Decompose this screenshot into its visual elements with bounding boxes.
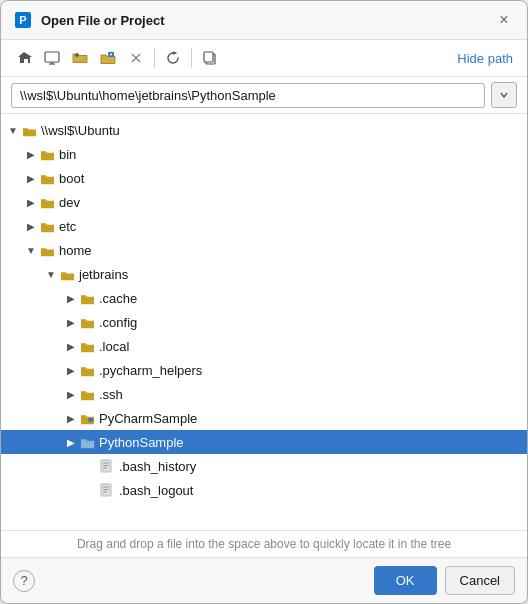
separator-2 — [191, 48, 192, 68]
folder-icon-pycharm-helpers — [79, 362, 95, 378]
label-bash-history: .bash_history — [119, 459, 196, 474]
folder-icon-pythonsample — [79, 434, 95, 450]
label-wsl-ubuntu: \\wsl$\Ubuntu — [41, 123, 120, 138]
label-cache: .cache — [99, 291, 137, 306]
expand-boot[interactable]: ▶ — [23, 170, 39, 186]
folder-icon-dev — [39, 194, 55, 210]
file-icon-bash-history — [99, 458, 115, 474]
folder-icon-config — [79, 314, 95, 330]
folder-icon-boot — [39, 170, 55, 186]
svg-rect-2 — [45, 52, 59, 62]
delete-button[interactable] — [123, 45, 149, 71]
path-input[interactable] — [11, 83, 485, 108]
folder-icon-jetbrains — [59, 266, 75, 282]
folder-icon-local — [79, 338, 95, 354]
tree-item-bash-logout[interactable]: ▶ .bash_logout — [1, 478, 527, 502]
folder-icon-etc — [39, 218, 55, 234]
file-icon-bash-logout — [99, 482, 115, 498]
path-dropdown-button[interactable] — [491, 82, 517, 108]
expand-pycharmsample[interactable]: ▶ — [63, 410, 79, 426]
title-bar: P Open File or Project × — [1, 1, 527, 40]
drag-hint: Drag and drop a file into the space abov… — [1, 530, 527, 557]
new-folder-button[interactable] — [67, 45, 93, 71]
label-config: .config — [99, 315, 137, 330]
path-bar — [1, 77, 527, 114]
tree-item-pycharm-helpers[interactable]: ▶ .pycharm_helpers — [1, 358, 527, 382]
close-button[interactable]: × — [493, 9, 515, 31]
tree-item-etc[interactable]: ▶ etc — [1, 214, 527, 238]
label-jetbrains: jetbrains — [79, 267, 128, 282]
tree-item-home[interactable]: ▼ home — [1, 238, 527, 262]
open-file-dialog: P Open File or Project × — [0, 0, 528, 604]
tree-item-cache[interactable]: ▶ .cache — [1, 286, 527, 310]
desktop-button[interactable] — [39, 45, 65, 71]
tree-item-jetbrains[interactable]: ▼ jetbrains — [1, 262, 527, 286]
expand-config[interactable]: ▶ — [63, 314, 79, 330]
expand-wsl-ubuntu[interactable]: ▼ — [5, 122, 21, 138]
label-local: .local — [99, 339, 129, 354]
expand-pycharm-helpers[interactable]: ▶ — [63, 362, 79, 378]
refresh-button[interactable] — [160, 45, 186, 71]
expand-ssh[interactable]: ▶ — [63, 386, 79, 402]
label-pycharmsample: PyCharmSample — [99, 411, 197, 426]
help-button[interactable]: ? — [13, 570, 35, 592]
folder-icon-bin — [39, 146, 55, 162]
action-buttons: OK Cancel — [374, 566, 515, 595]
hide-path-button[interactable]: Hide path — [453, 49, 517, 68]
folder-add-button[interactable] — [95, 45, 121, 71]
tree-item-boot[interactable]: ▶ boot — [1, 166, 527, 190]
expand-bin[interactable]: ▶ — [23, 146, 39, 162]
toolbar: Hide path — [1, 40, 527, 77]
folder-icon-wsl-ubuntu — [21, 122, 37, 138]
bottom-bar: ? OK Cancel — [1, 557, 527, 603]
label-bash-logout: .bash_logout — [119, 483, 193, 498]
tree-item-dev[interactable]: ▶ dev — [1, 190, 527, 214]
label-bin: bin — [59, 147, 76, 162]
dialog-title: Open File or Project — [41, 13, 493, 28]
tree-item-pycharmsample[interactable]: ▶ PyCharmSample — [1, 406, 527, 430]
svg-rect-19 — [101, 484, 111, 496]
separator-1 — [154, 48, 155, 68]
folder-icon-home — [39, 242, 55, 258]
svg-rect-15 — [101, 460, 111, 472]
label-pythonsample: PythonSample — [99, 435, 184, 450]
label-pycharm-helpers: .pycharm_helpers — [99, 363, 202, 378]
expand-jetbrains[interactable]: ▼ — [43, 266, 59, 282]
app-icon: P — [13, 10, 33, 30]
copy-path-button[interactable] — [197, 45, 223, 71]
file-tree: ▼ \\wsl$\Ubuntu ▶ bin ▶ — [1, 114, 527, 530]
tree-item-bash-history[interactable]: ▶ .bash_history — [1, 454, 527, 478]
label-ssh: .ssh — [99, 387, 123, 402]
svg-rect-13 — [204, 52, 213, 62]
tree-item-local[interactable]: ▶ .local — [1, 334, 527, 358]
expand-dev[interactable]: ▶ — [23, 194, 39, 210]
expand-home[interactable]: ▼ — [23, 242, 39, 258]
expand-local[interactable]: ▶ — [63, 338, 79, 354]
label-dev: dev — [59, 195, 80, 210]
folder-icon-ssh — [79, 386, 95, 402]
expand-cache[interactable]: ▶ — [63, 290, 79, 306]
ok-button[interactable]: OK — [374, 566, 437, 595]
label-boot: boot — [59, 171, 84, 186]
tree-item-bin[interactable]: ▶ bin — [1, 142, 527, 166]
cancel-button[interactable]: Cancel — [445, 566, 515, 595]
folder-icon-cache — [79, 290, 95, 306]
home-button[interactable] — [11, 45, 37, 71]
expand-etc[interactable]: ▶ — [23, 218, 39, 234]
tree-item-pythonsample[interactable]: ▶ PythonSample — [1, 430, 527, 454]
svg-rect-14 — [88, 418, 93, 422]
label-home: home — [59, 243, 92, 258]
folder-icon-pycharmsample — [79, 410, 95, 426]
expand-pythonsample[interactable]: ▶ — [63, 434, 79, 450]
tree-item-wsl-ubuntu[interactable]: ▼ \\wsl$\Ubuntu — [1, 118, 527, 142]
svg-text:P: P — [19, 14, 26, 26]
tree-item-config[interactable]: ▶ .config — [1, 310, 527, 334]
tree-item-ssh[interactable]: ▶ .ssh — [1, 382, 527, 406]
label-etc: etc — [59, 219, 76, 234]
